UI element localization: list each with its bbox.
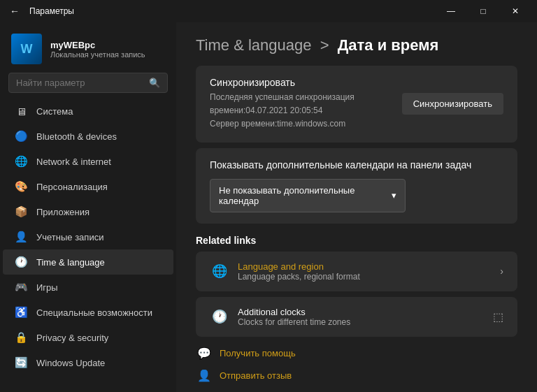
content-area: Time & language > Дата и время Синхрониз… bbox=[176, 22, 537, 392]
send-feedback-link[interactable]: 👤 Отправить отзыв bbox=[196, 368, 517, 384]
sidebar-label-privacy: Privacy & security bbox=[36, 333, 108, 343]
calendar-card: Показывать дополнительные календари на п… bbox=[196, 148, 517, 224]
back-button[interactable]: ← bbox=[6, 3, 24, 20]
additional-clocks-link[interactable]: 🕐 Additional clocks Clocks for different… bbox=[196, 297, 517, 337]
accessibility-icon: ♿ bbox=[14, 305, 28, 319]
help-icon: 💬 bbox=[196, 345, 213, 362]
titlebar: ← Параметры — □ ✕ bbox=[0, 0, 537, 22]
chevron-right-icon: › bbox=[500, 266, 503, 277]
search-input[interactable] bbox=[16, 78, 143, 88]
app-body: W myWEBpc Локальная учетная запись 🔍 🖥Си… bbox=[0, 22, 537, 392]
send-feedback-label: Отправить отзыв bbox=[220, 370, 292, 381]
breadcrumb-parent: Time & language bbox=[196, 36, 312, 54]
calendar-dropdown[interactable]: Не показывать дополнительные календар ▾ bbox=[210, 179, 406, 212]
titlebar-controls: — □ ✕ bbox=[435, 0, 531, 22]
user-info: myWEBpc Локальная учетная запись bbox=[50, 40, 165, 59]
sidebar-item-accessibility[interactable]: ♿Специальные возможности bbox=[3, 300, 173, 325]
sidebar-item-accounts[interactable]: 👤Учетные записи bbox=[3, 224, 173, 249]
sidebar-label-system: Система bbox=[36, 106, 73, 117]
get-help-link[interactable]: 💬 Получить помощь bbox=[196, 345, 517, 362]
avatar: W bbox=[11, 34, 42, 64]
accounts-icon: 👤 bbox=[14, 230, 28, 244]
sidebar-label-apps: Приложения bbox=[36, 207, 90, 217]
sync-info: Синхронизировать Последняя успешная синх… bbox=[210, 77, 355, 131]
sidebar-label-time: Time & language bbox=[36, 257, 105, 268]
titlebar-left: ← Параметры bbox=[6, 3, 74, 20]
related-links-title: Related links bbox=[196, 235, 517, 246]
clocks-link-subtitle: Clocks for different time zones bbox=[238, 317, 350, 327]
user-subtitle: Локальная учетная запись bbox=[50, 50, 165, 59]
sidebar-item-system[interactable]: 🖥Система bbox=[3, 99, 173, 124]
language-link-subtitle: Language packs, regional format bbox=[238, 272, 360, 282]
user-name: myWEBpc bbox=[50, 40, 165, 50]
sidebar-item-personalization[interactable]: 🎨Персонализация bbox=[3, 174, 173, 199]
breadcrumb-sep: > bbox=[320, 36, 329, 54]
user-profile: W myWEBpc Локальная учетная запись bbox=[0, 22, 176, 73]
privacy-icon: 🔒 bbox=[14, 331, 28, 344]
calendar-label: Показывать дополнительные календари на п… bbox=[210, 159, 503, 170]
sidebar: W myWEBpc Локальная учетная запись 🔍 🖥Си… bbox=[0, 22, 176, 392]
sidebar-item-bluetooth[interactable]: 🔵Bluetooth & devices bbox=[3, 124, 173, 149]
sidebar-label-network: Network & internet bbox=[36, 157, 111, 167]
maximize-button[interactable]: □ bbox=[467, 0, 499, 22]
apps-icon: 📦 bbox=[14, 205, 28, 219]
external-link-icon: ⬚ bbox=[493, 310, 503, 324]
clock-icon: 🕐 bbox=[210, 307, 229, 326]
link-left: 🌐 Language and region Language packs, re… bbox=[210, 261, 360, 282]
system-icon: 🖥 bbox=[14, 104, 28, 118]
personalization-icon: 🎨 bbox=[14, 180, 28, 194]
clocks-link-title: Additional clocks bbox=[238, 307, 350, 317]
feedback-icon: 👤 bbox=[196, 368, 213, 384]
sidebar-label-personalization: Персонализация bbox=[36, 182, 108, 192]
link-text: Language and region Language packs, regi… bbox=[238, 261, 360, 282]
bluetooth-icon: 🔵 bbox=[14, 129, 28, 143]
sync-card: Синхронизировать Последняя успешная синх… bbox=[196, 66, 517, 143]
gaming-icon: 🎮 bbox=[14, 280, 28, 294]
titlebar-title: Параметры bbox=[29, 6, 74, 16]
clocks-link-text: Additional clocks Clocks for different t… bbox=[238, 307, 350, 327]
sidebar-item-gaming[interactable]: 🎮Игры bbox=[3, 275, 173, 300]
page-header: Time & language > Дата и время bbox=[196, 22, 517, 66]
language-link-title: Language and region bbox=[238, 261, 360, 272]
sidebar-label-gaming: Игры bbox=[36, 282, 58, 293]
language-icon: 🌐 bbox=[210, 261, 229, 281]
sync-title: Синхронизировать bbox=[210, 77, 355, 88]
sidebar-label-update: Windows Update bbox=[36, 358, 105, 368]
close-button[interactable]: ✕ bbox=[499, 0, 531, 22]
chevron-down-icon: ▾ bbox=[392, 190, 396, 201]
clocks-link-left: 🕐 Additional clocks Clocks for different… bbox=[210, 307, 350, 327]
sidebar-item-privacy[interactable]: 🔒Privacy & security bbox=[3, 325, 173, 350]
update-icon: 🔄 bbox=[14, 356, 28, 370]
help-links: 💬 Получить помощь 👤 Отправить отзыв bbox=[196, 345, 517, 384]
sidebar-label-accounts: Учетные записи bbox=[36, 232, 103, 242]
calendar-dropdown-value: Не показывать дополнительные календар bbox=[219, 185, 392, 206]
get-help-label: Получить помощь bbox=[220, 348, 296, 358]
nav-list: 🖥Система🔵Bluetooth & devices🌐Network & i… bbox=[0, 99, 176, 375]
sync-detail: Последняя успешная синхронизация времени… bbox=[210, 91, 355, 131]
sidebar-label-bluetooth: Bluetooth & devices bbox=[36, 131, 117, 142]
sync-button[interactable]: Синхронизировать bbox=[402, 93, 503, 115]
language-region-link[interactable]: 🌐 Language and region Language packs, re… bbox=[196, 252, 517, 291]
sidebar-label-accessibility: Специальные возможности bbox=[36, 307, 152, 318]
sidebar-item-network[interactable]: 🌐Network & internet bbox=[3, 149, 173, 174]
time-icon: 🕐 bbox=[14, 255, 28, 269]
breadcrumb-current: Дата и время bbox=[338, 36, 439, 54]
network-icon: 🌐 bbox=[14, 154, 28, 168]
sidebar-item-apps[interactable]: 📦Приложения bbox=[3, 199, 173, 224]
search-box[interactable]: 🔍 bbox=[8, 73, 168, 93]
sidebar-item-update[interactable]: 🔄Windows Update bbox=[3, 350, 173, 375]
search-icon: 🔍 bbox=[149, 78, 160, 88]
sidebar-item-time[interactable]: 🕐Time & language bbox=[3, 249, 173, 275]
minimize-button[interactable]: — bbox=[435, 0, 467, 22]
